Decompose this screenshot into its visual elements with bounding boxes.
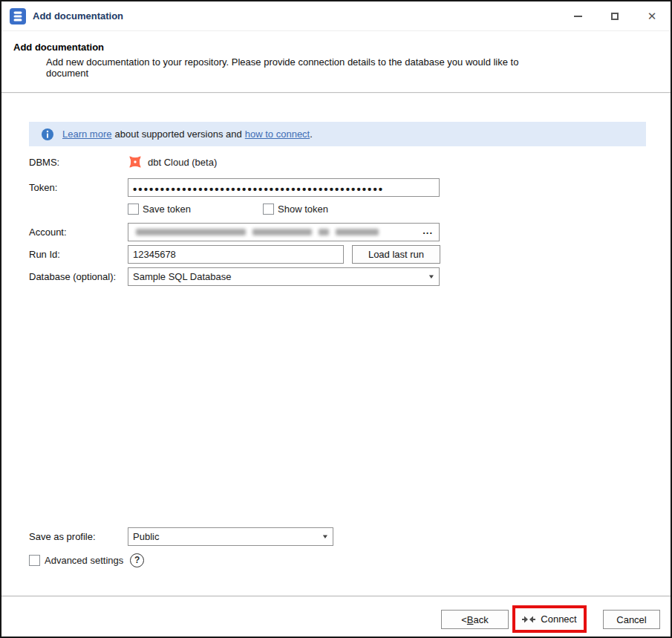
show-token-label: Show token [278, 204, 328, 215]
chevron-down-icon: ▼ [428, 273, 435, 280]
token-label: Token: [29, 182, 128, 193]
maximize-button[interactable] [596, 1, 633, 30]
account-browse-button[interactable]: ... [423, 226, 433, 239]
red-annotation-highlight: Connect [512, 605, 587, 633]
window-title: Add documentation [33, 10, 123, 22]
token-row: Token: •••••••••••••••••••••••••••••••••… [29, 178, 440, 197]
page-title: Add documentation [13, 42, 671, 53]
advanced-settings-checkbox[interactable] [29, 555, 40, 566]
cancel-button[interactable]: Cancel [603, 610, 660, 629]
dbt-logo-icon [128, 154, 143, 169]
database-select[interactable]: Sample SQL Database ▼ [128, 267, 440, 286]
profile-selected-value: Public [133, 531, 159, 542]
run-id-input[interactable]: 12345678 [128, 245, 344, 264]
connect-button[interactable]: Connect [515, 608, 584, 630]
save-token-checkbox[interactable] [128, 204, 139, 215]
add-documentation-dialog: Add documentation ✕ Add documentation Ad… [0, 0, 672, 638]
info-text: about supported versions and [114, 128, 241, 140]
run-id-row: Run Id: 12345678 Load last run [29, 245, 440, 264]
footer-divider [1, 596, 671, 596]
app-logo-icon [10, 8, 26, 25]
profile-row: Save as profile: Public ▼ [29, 527, 333, 546]
info-icon [42, 128, 53, 140]
redacted-account-text [336, 229, 379, 235]
account-label: Account: [29, 227, 128, 238]
database-selected-value: Sample SQL Database [133, 271, 231, 282]
dbms-value: dbt Cloud (beta) [128, 154, 217, 169]
token-options-row: Save token Show token [128, 202, 328, 215]
database-row: Database (optional): Sample SQL Database… [29, 267, 440, 286]
token-input[interactable]: ••••••••••••••••••••••••••••••••••••••••… [128, 178, 440, 197]
back-button-rest: ack [474, 614, 489, 625]
how-to-connect-link[interactable]: how to connect [245, 128, 310, 140]
chevron-down-icon: ▼ [322, 533, 329, 540]
back-button-mnemonic: B [467, 614, 474, 625]
help-icon[interactable]: ? [130, 553, 144, 567]
redacted-account-text [252, 229, 312, 235]
account-input[interactable]: ... [128, 223, 440, 241]
info-bar: Learn more about supported versions and … [29, 122, 646, 146]
save-token-option[interactable]: Save token [128, 204, 263, 215]
account-row: Account: ... [29, 223, 440, 241]
advanced-settings-label: Advanced settings [45, 555, 123, 566]
redacted-account-text [319, 229, 329, 235]
minimize-icon [574, 16, 582, 17]
wizard-header: Add documentation Add new documentation … [1, 32, 671, 79]
connect-icon [522, 615, 535, 624]
redacted-account-text [136, 229, 246, 235]
maximize-icon [611, 13, 619, 20]
page-description: Add new documentation to your repository… [46, 56, 560, 79]
title-bar: Add documentation ✕ [1, 1, 671, 31]
learn-more-link[interactable]: Learn more [62, 128, 111, 140]
back-button-prefix: < [461, 614, 467, 625]
info-text-suffix: . [310, 128, 313, 140]
header-divider [1, 92, 671, 93]
dbms-name: dbt Cloud (beta) [148, 157, 217, 168]
window-controls: ✕ [559, 1, 671, 30]
profile-select[interactable]: Public ▼ [128, 527, 333, 546]
connect-button-label: Connect [541, 613, 576, 625]
database-label: Database (optional): [29, 271, 128, 282]
advanced-settings-row: Advanced settings ? [29, 553, 144, 567]
show-token-option[interactable]: Show token [263, 204, 328, 215]
load-last-run-button[interactable]: Load last run [352, 245, 440, 264]
back-button[interactable]: < Back [441, 610, 509, 629]
dbms-label: DBMS: [29, 157, 128, 168]
minimize-button[interactable] [559, 1, 596, 30]
close-icon: ✕ [647, 10, 657, 22]
run-id-label: Run Id: [29, 249, 128, 260]
save-token-label: Save token [143, 204, 191, 215]
close-button[interactable]: ✕ [633, 1, 671, 30]
dbms-row: DBMS: dbt Cloud (beta) [29, 152, 217, 172]
profile-label: Save as profile: [29, 531, 128, 542]
show-token-checkbox[interactable] [263, 204, 274, 215]
